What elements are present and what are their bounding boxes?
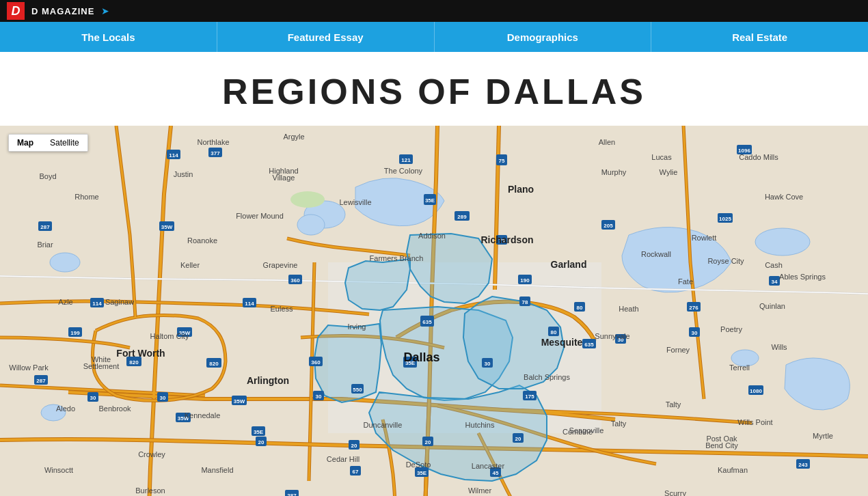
svg-text:Allen: Allen <box>599 138 615 146</box>
svg-text:30: 30 <box>90 395 96 401</box>
svg-text:Benbrook: Benbrook <box>98 404 131 413</box>
map-toggle-map[interactable]: Map <box>9 135 42 151</box>
magazine-arrow: ➤ <box>101 5 109 16</box>
svg-text:Caddo Mills: Caddo Mills <box>739 153 778 161</box>
svg-text:34: 34 <box>772 279 778 285</box>
svg-text:Village: Village <box>273 174 295 182</box>
svg-text:Hutchins: Hutchins <box>465 421 495 429</box>
svg-text:360: 360 <box>311 359 321 366</box>
nav-real-estate[interactable]: Real Estate <box>651 22 868 52</box>
svg-text:276: 276 <box>689 305 699 311</box>
svg-text:DeSoto: DeSoto <box>406 460 431 469</box>
svg-text:Murphy: Murphy <box>601 168 627 176</box>
svg-text:Duncanville: Duncanville <box>364 421 403 429</box>
svg-text:Fort Worth: Fort Worth <box>116 348 165 359</box>
svg-text:Keller: Keller <box>180 261 200 269</box>
nav-featured-essay[interactable]: Featured Essay <box>217 22 435 52</box>
svg-text:20: 20 <box>515 436 521 442</box>
svg-text:Forney: Forney <box>666 346 690 354</box>
svg-point-7 <box>290 191 325 208</box>
svg-text:Talty: Talty <box>666 400 681 409</box>
svg-text:67: 67 <box>353 469 359 475</box>
svg-text:289: 289 <box>457 214 467 220</box>
svg-text:Crowley: Crowley <box>138 450 165 458</box>
svg-text:287: 287 <box>40 224 50 230</box>
svg-text:635: 635 <box>422 319 432 325</box>
svg-text:Azle: Azle <box>58 298 72 306</box>
svg-text:80: 80 <box>551 329 557 335</box>
svg-text:Justin: Justin <box>174 170 193 178</box>
svg-text:35E: 35E <box>425 197 435 204</box>
svg-text:114: 114 <box>245 301 254 307</box>
svg-text:35E: 35E <box>417 470 427 476</box>
svg-text:1080: 1080 <box>750 388 762 394</box>
svg-text:Wilmer: Wilmer <box>468 486 492 495</box>
svg-text:30: 30 <box>316 394 322 400</box>
map-toggle-satellite[interactable]: Satellite <box>42 135 87 151</box>
svg-text:Lancaster: Lancaster <box>472 462 505 470</box>
svg-text:Arlington: Arlington <box>247 375 289 386</box>
svg-text:35E: 35E <box>254 429 264 435</box>
magazine-label: D MAGAZINE <box>31 6 94 16</box>
svg-text:Mansfield: Mansfield <box>201 466 233 474</box>
nav-the-locals[interactable]: The Locals <box>0 22 217 52</box>
svg-text:Combine: Combine <box>562 428 593 436</box>
svg-text:205: 205 <box>603 223 613 229</box>
svg-text:35W: 35W <box>234 398 245 404</box>
svg-text:175: 175 <box>525 394 534 400</box>
svg-text:199: 199 <box>70 330 80 336</box>
d-logo: D <box>7 2 25 20</box>
page-title: REGIONS OF DALLAS <box>0 71 868 112</box>
svg-text:Haltom City: Haltom City <box>150 332 189 340</box>
svg-text:45: 45 <box>493 470 499 476</box>
svg-text:Fate: Fate <box>678 277 693 286</box>
svg-text:78: 78 <box>522 299 528 305</box>
svg-text:Ables Springs: Ables Springs <box>779 273 826 281</box>
nav-bar: The Locals Featured Essay Demographics R… <box>0 22 868 52</box>
svg-text:The Colony: The Colony <box>384 167 423 175</box>
svg-text:Flower Mound: Flower Mound <box>236 212 284 220</box>
svg-text:Settlement: Settlement <box>83 362 120 370</box>
svg-text:Cash: Cash <box>765 261 783 269</box>
svg-text:Heath: Heath <box>619 305 638 313</box>
map-toggle: Map Satellite <box>8 134 88 152</box>
svg-text:Saginaw: Saginaw <box>105 298 134 306</box>
svg-text:Dallas: Dallas <box>403 350 439 364</box>
svg-text:Wylie: Wylie <box>660 168 678 176</box>
svg-text:Kaufman: Kaufman <box>718 466 748 474</box>
svg-text:121: 121 <box>401 157 411 163</box>
svg-text:Plano: Plano <box>508 184 534 195</box>
svg-text:Myrtle: Myrtle <box>813 432 833 440</box>
svg-text:287: 287 <box>36 378 46 384</box>
top-bar: D D MAGAZINE ➤ <box>0 0 868 22</box>
svg-text:Roanoke: Roanoke <box>187 236 217 245</box>
svg-text:190: 190 <box>520 277 530 284</box>
svg-text:Argyle: Argyle <box>283 133 304 141</box>
svg-text:Garland: Garland <box>551 259 587 270</box>
svg-text:635: 635 <box>584 342 594 348</box>
svg-text:Winsoctt: Winsoctt <box>44 466 73 474</box>
svg-text:Rowlett: Rowlett <box>692 234 717 242</box>
svg-text:Poetry: Poetry <box>720 325 742 333</box>
svg-text:20: 20 <box>425 439 431 445</box>
svg-text:287: 287 <box>287 493 297 496</box>
svg-text:Hawk Cove: Hawk Cove <box>765 193 803 201</box>
svg-text:Wills: Wills <box>771 343 787 351</box>
svg-text:Lucas: Lucas <box>651 153 672 161</box>
svg-text:30: 30 <box>160 395 166 401</box>
svg-point-4 <box>50 253 80 272</box>
svg-text:1025: 1025 <box>719 216 731 222</box>
svg-text:Euless: Euless <box>270 305 293 313</box>
svg-point-3 <box>755 228 810 256</box>
svg-text:75: 75 <box>499 158 505 164</box>
svg-text:30: 30 <box>692 330 698 336</box>
svg-text:Kennedale: Kennedale <box>185 411 221 419</box>
svg-text:Mesquite: Mesquite <box>541 337 583 348</box>
svg-text:Aledo: Aledo <box>56 404 75 413</box>
nav-demographics[interactable]: Demographics <box>435 22 652 52</box>
svg-text:Cedar Hill: Cedar Hill <box>327 455 360 463</box>
svg-text:Rockwall: Rockwall <box>641 250 671 258</box>
svg-text:820: 820 <box>129 359 139 366</box>
svg-point-2 <box>297 215 325 235</box>
svg-text:Burleson: Burleson <box>135 486 165 495</box>
